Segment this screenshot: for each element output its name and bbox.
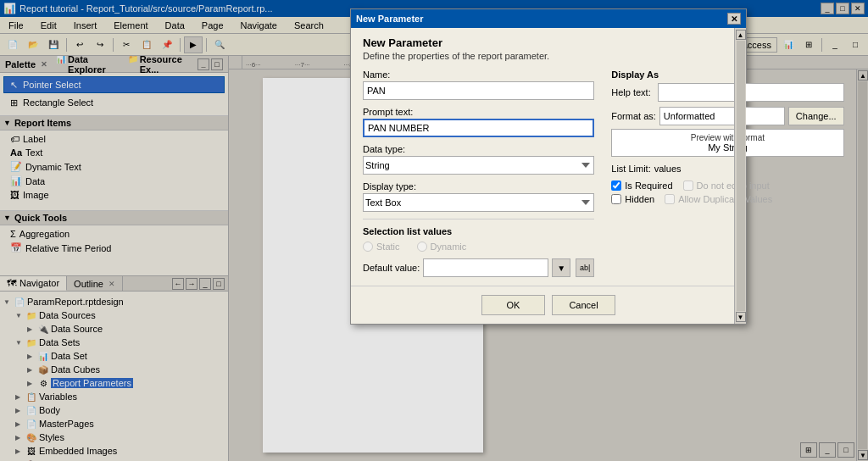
data-type-select[interactable]: String [363, 156, 594, 175]
dialog-subtext: Define the properties of the report para… [363, 51, 734, 61]
dialog-scroll-down[interactable]: ▼ [736, 312, 746, 322]
list-limit-row: List Limit: values [611, 164, 843, 174]
do-not-echo-checkbox[interactable] [683, 181, 693, 191]
is-required-checkbox[interactable] [611, 181, 621, 191]
default-value-edit[interactable]: ab| [576, 258, 594, 277]
static-radio[interactable] [363, 242, 373, 252]
help-text-input[interactable] [658, 83, 844, 102]
prompt-row: Prompt text: [363, 107, 594, 137]
preview-label: Preview with format [619, 133, 836, 142]
static-radio-item: Static [363, 242, 400, 252]
new-parameter-dialog: New Parameter ✕ New Parameter Define the… [350, 8, 747, 325]
do-not-echo-item: Do not echo input [683, 181, 770, 191]
display-type-select[interactable]: Text Box [363, 193, 594, 212]
form-left: Name: Prompt text: Data type: S [363, 69, 594, 277]
dialog-scroll-up[interactable]: ▲ [736, 30, 746, 40]
prompt-input[interactable] [363, 119, 594, 137]
is-required-item: Is Required [611, 181, 672, 191]
selection-list-label: Selection list values [363, 226, 594, 236]
dialog-scrollbar: ▲ ▼ [734, 28, 746, 324]
dialog-title-bar: New Parameter ✕ [351, 9, 746, 28]
display-as-section: Display As Help text: Format as: Change.… [611, 69, 843, 204]
dynamic-label: Dynamic [431, 242, 467, 252]
radio-row: Static Dynamic [363, 242, 594, 252]
help-text-label: Help text: [611, 87, 650, 97]
preview-value: My String [619, 142, 836, 153]
dynamic-radio-item: Dynamic [417, 242, 467, 252]
format-row: Format as: Change... [611, 107, 843, 125]
hidden-item: Hidden [611, 194, 654, 204]
checkboxes-row2: Hidden Allow Duplicate Values [611, 194, 843, 204]
change-button[interactable]: Change... [788, 107, 844, 125]
allow-duplicate-checkbox[interactable] [665, 194, 675, 204]
prompt-label: Prompt text: [363, 107, 594, 117]
display-as-label: Display As [611, 69, 843, 80]
checkboxes-row1: Is Required Do not echo input [611, 181, 843, 191]
data-type-row: Data type: String [363, 144, 594, 175]
name-row: Name: [363, 69, 594, 100]
dynamic-radio[interactable] [417, 242, 427, 252]
dialog-form: Name: Prompt text: Data type: S [363, 69, 734, 277]
is-required-label: Is Required [625, 181, 672, 191]
hidden-label: Hidden [625, 194, 654, 204]
allow-duplicate-label: Allow Duplicate Values [678, 194, 772, 204]
display-type-row: Display type: Text Box [363, 181, 594, 212]
allow-duplicate-item: Allow Duplicate Values [665, 194, 772, 204]
format-input[interactable] [659, 107, 785, 125]
dialog-close-button[interactable]: ✕ [727, 13, 741, 25]
dialog-body: New Parameter Define the properties of t… [351, 28, 746, 286]
default-value-row: Default value: ▼ ab| [363, 258, 594, 277]
ok-button[interactable]: OK [481, 295, 545, 315]
hidden-checkbox[interactable] [611, 194, 621, 204]
form-right: Display As Help text: Format as: Change.… [611, 69, 843, 277]
help-text-row: Help text: [611, 83, 843, 102]
dialog-footer: OK Cancel [351, 286, 746, 324]
dialog-scroll-track [737, 41, 745, 311]
dialog-title-text: New Parameter [356, 14, 727, 24]
static-label: Static [376, 242, 400, 252]
display-type-label: Display type: [363, 181, 594, 192]
preview-section: Preview with format My String [611, 129, 843, 157]
selection-list-section: Selection list values Static Dynamic [363, 219, 594, 277]
ide-container: 📊 Report tutorial - Report_Tutorial/src/… [0, 0, 868, 461]
list-limit-value: values [654, 164, 682, 174]
cancel-button[interactable]: Cancel [552, 295, 615, 315]
dialog-heading: New Parameter [363, 36, 734, 49]
name-label: Name: [363, 69, 594, 80]
do-not-echo-label: Do not echo input [697, 181, 770, 191]
name-input[interactable] [363, 81, 594, 100]
list-limit-label: List Limit: [611, 164, 650, 174]
data-type-label: Data type: [363, 144, 594, 154]
format-as-label: Format as: [611, 111, 656, 121]
default-value-label: Default value: [363, 263, 420, 273]
default-value-dropdown[interactable]: ▼ [552, 258, 570, 277]
default-value-input[interactable] [423, 258, 548, 277]
dialog-overlay: New Parameter ✕ New Parameter Define the… [0, 0, 868, 461]
